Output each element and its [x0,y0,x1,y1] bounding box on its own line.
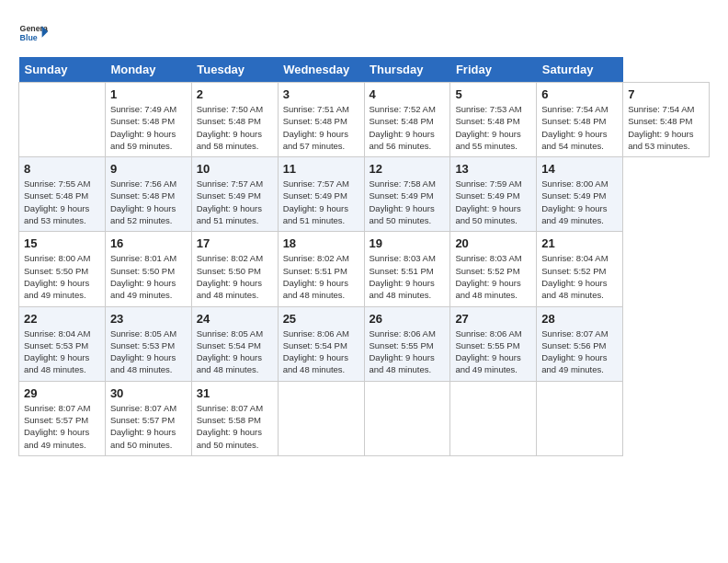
day-info: Sunrise: 7:54 AM Sunset: 5:48 PM Dayligh… [628,103,704,152]
day-info: Sunrise: 8:06 AM Sunset: 5:55 PM Dayligh… [455,327,531,376]
day-number: 5 [455,87,531,101]
day-number: 14 [541,162,618,176]
day-cell [19,83,106,157]
week-row-5: 29 Sunrise: 8:07 AM Sunset: 5:57 PM Dayl… [19,381,710,455]
day-info: Sunrise: 8:03 AM Sunset: 5:51 PM Dayligh… [370,252,446,301]
day-info: Sunrise: 7:52 AM Sunset: 5:48 PM Dayligh… [370,103,446,152]
day-header-friday: Friday [450,57,537,83]
day-header-thursday: Thursday [364,57,450,83]
day-number: 19 [370,236,446,250]
day-info: Sunrise: 7:57 AM Sunset: 5:49 PM Dayligh… [283,178,359,226]
day-info: Sunrise: 8:07 AM Sunset: 5:57 PM Dayligh… [110,402,187,451]
day-number: 3 [283,87,359,101]
day-info: Sunrise: 8:01 AM Sunset: 5:50 PM Dayligh… [110,252,187,301]
day-number: 30 [110,386,187,400]
day-number: 4 [370,87,446,101]
day-number: 15 [24,236,100,250]
day-cell: 31 Sunrise: 8:07 AM Sunset: 5:58 PM Dayl… [191,381,278,455]
day-cell: 28 Sunrise: 8:07 AM Sunset: 5:56 PM Dayl… [537,306,623,381]
week-row-4: 22 Sunrise: 8:04 AM Sunset: 5:53 PM Dayl… [19,306,710,381]
day-cell: 19 Sunrise: 8:03 AM Sunset: 5:51 PM Dayl… [364,232,450,306]
day-info: Sunrise: 7:57 AM Sunset: 5:49 PM Dayligh… [197,178,273,226]
day-info: Sunrise: 8:04 AM Sunset: 5:53 PM Dayligh… [24,327,100,376]
day-number: 2 [197,87,273,101]
day-cell: 24 Sunrise: 8:05 AM Sunset: 5:54 PM Dayl… [191,306,278,381]
logo-icon: General Blue [18,18,48,48]
day-number: 22 [24,312,100,326]
day-number: 28 [541,312,618,326]
day-header-monday: Monday [105,57,191,83]
day-info: Sunrise: 7:53 AM Sunset: 5:48 PM Dayligh… [455,103,531,152]
day-number: 6 [541,87,618,101]
day-info: Sunrise: 7:49 AM Sunset: 5:48 PM Dayligh… [110,103,187,152]
day-info: Sunrise: 7:54 AM Sunset: 5:48 PM Dayligh… [541,103,618,152]
day-info: Sunrise: 7:51 AM Sunset: 5:48 PM Dayligh… [283,103,359,152]
day-info: Sunrise: 7:50 AM Sunset: 5:48 PM Dayligh… [197,103,273,152]
day-cell: 22 Sunrise: 8:04 AM Sunset: 5:53 PM Dayl… [19,306,106,381]
day-number: 27 [455,312,531,326]
day-cell [537,381,623,455]
day-cell: 10 Sunrise: 7:57 AM Sunset: 5:49 PM Dayl… [191,157,278,232]
day-cell: 27 Sunrise: 8:06 AM Sunset: 5:55 PM Dayl… [450,306,537,381]
day-info: Sunrise: 8:05 AM Sunset: 5:53 PM Dayligh… [110,327,187,376]
day-cell [364,381,450,455]
day-cell: 17 Sunrise: 8:02 AM Sunset: 5:50 PM Dayl… [191,232,278,306]
day-info: Sunrise: 7:55 AM Sunset: 5:48 PM Dayligh… [24,178,100,226]
day-info: Sunrise: 8:07 AM Sunset: 5:58 PM Dayligh… [197,402,273,451]
day-info: Sunrise: 8:00 AM Sunset: 5:50 PM Dayligh… [24,252,100,301]
day-cell: 20 Sunrise: 8:03 AM Sunset: 5:52 PM Dayl… [450,232,537,306]
day-number: 17 [197,236,273,250]
day-info: Sunrise: 8:04 AM Sunset: 5:52 PM Dayligh… [541,252,618,301]
day-number: 10 [197,162,273,176]
day-cell: 14 Sunrise: 8:00 AM Sunset: 5:49 PM Dayl… [537,157,623,232]
day-info: Sunrise: 8:02 AM Sunset: 5:50 PM Dayligh… [197,252,273,301]
day-cell: 8 Sunrise: 7:55 AM Sunset: 5:48 PM Dayli… [19,157,106,232]
day-cell: 25 Sunrise: 8:06 AM Sunset: 5:54 PM Dayl… [278,306,364,381]
day-cell: 3 Sunrise: 7:51 AM Sunset: 5:48 PM Dayli… [278,83,364,157]
day-number: 18 [283,236,359,250]
week-row-1: 1 Sunrise: 7:49 AM Sunset: 5:48 PM Dayli… [19,83,710,157]
day-cell: 30 Sunrise: 8:07 AM Sunset: 5:57 PM Dayl… [105,381,191,455]
day-cell: 12 Sunrise: 7:58 AM Sunset: 5:49 PM Dayl… [364,157,450,232]
day-info: Sunrise: 8:02 AM Sunset: 5:51 PM Dayligh… [283,252,359,301]
day-cell: 11 Sunrise: 7:57 AM Sunset: 5:49 PM Dayl… [278,157,364,232]
day-number: 9 [110,162,187,176]
day-info: Sunrise: 8:07 AM Sunset: 5:56 PM Dayligh… [541,327,618,376]
day-number: 24 [197,312,273,326]
day-cell: 29 Sunrise: 8:07 AM Sunset: 5:57 PM Dayl… [19,381,106,455]
day-header-tuesday: Tuesday [191,57,278,83]
day-cell: 9 Sunrise: 7:56 AM Sunset: 5:48 PM Dayli… [105,157,191,232]
day-header-wednesday: Wednesday [278,57,364,83]
day-info: Sunrise: 7:56 AM Sunset: 5:48 PM Dayligh… [110,178,187,226]
day-number: 1 [110,87,187,101]
svg-text:Blue: Blue [20,33,38,42]
calendar-table: SundayMondayTuesdayWednesdayThursdayFrid… [18,57,710,456]
day-cell: 6 Sunrise: 7:54 AM Sunset: 5:48 PM Dayli… [537,83,623,157]
day-cell: 7 Sunrise: 7:54 AM Sunset: 5:48 PM Dayli… [623,83,710,157]
day-info: Sunrise: 8:07 AM Sunset: 5:57 PM Dayligh… [24,402,100,451]
day-cell: 16 Sunrise: 8:01 AM Sunset: 5:50 PM Dayl… [105,232,191,306]
day-cell: 23 Sunrise: 8:05 AM Sunset: 5:53 PM Dayl… [105,306,191,381]
logo: General Blue [18,18,48,48]
day-number: 31 [197,386,273,400]
day-cell: 26 Sunrise: 8:06 AM Sunset: 5:55 PM Dayl… [364,306,450,381]
day-number: 7 [628,87,704,101]
day-number: 23 [110,312,187,326]
day-number: 29 [24,386,100,400]
day-cell: 15 Sunrise: 8:00 AM Sunset: 5:50 PM Dayl… [19,232,106,306]
day-cell: 21 Sunrise: 8:04 AM Sunset: 5:52 PM Dayl… [537,232,623,306]
day-cell: 4 Sunrise: 7:52 AM Sunset: 5:48 PM Dayli… [364,83,450,157]
day-number: 11 [283,162,359,176]
day-cell: 5 Sunrise: 7:53 AM Sunset: 5:48 PM Dayli… [450,83,537,157]
day-header-sunday: Sunday [19,57,106,83]
day-cell: 13 Sunrise: 7:59 AM Sunset: 5:49 PM Dayl… [450,157,537,232]
day-info: Sunrise: 8:03 AM Sunset: 5:52 PM Dayligh… [455,252,531,301]
day-number: 8 [24,162,100,176]
day-number: 13 [455,162,531,176]
day-info: Sunrise: 8:06 AM Sunset: 5:55 PM Dayligh… [370,327,446,376]
day-info: Sunrise: 8:00 AM Sunset: 5:49 PM Dayligh… [541,178,618,226]
day-info: Sunrise: 8:06 AM Sunset: 5:54 PM Dayligh… [283,327,359,376]
day-cell [278,381,364,455]
week-row-3: 15 Sunrise: 8:00 AM Sunset: 5:50 PM Dayl… [19,232,710,306]
day-cell: 18 Sunrise: 8:02 AM Sunset: 5:51 PM Dayl… [278,232,364,306]
